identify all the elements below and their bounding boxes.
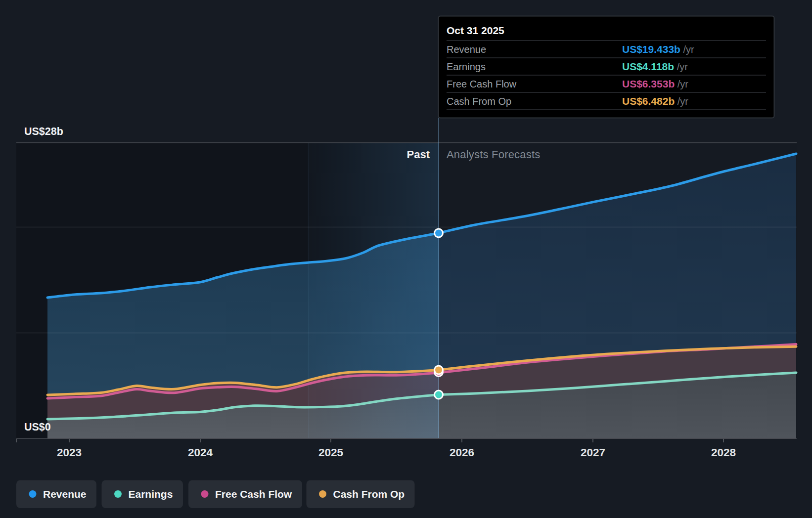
svg-text:Oct 31 2025: Oct 31 2025 <box>447 25 504 36</box>
svg-text:US$6.482b /yr: US$6.482b /yr <box>622 95 688 107</box>
svg-text:Revenue: Revenue <box>447 44 486 55</box>
svg-text:US$4.118b /yr: US$4.118b /yr <box>622 61 688 72</box>
svg-text:Free Cash Flow: Free Cash Flow <box>215 488 292 500</box>
svg-text:2024: 2024 <box>188 446 213 459</box>
svg-text:Earnings: Earnings <box>447 61 486 72</box>
svg-text:US$19.433b /yr: US$19.433b /yr <box>622 43 694 55</box>
svg-text:2025: 2025 <box>318 446 343 459</box>
svg-text:Revenue: Revenue <box>43 488 87 500</box>
svg-text:Analysts Forecasts: Analysts Forecasts <box>447 148 540 161</box>
svg-text:US$6.353b /yr: US$6.353b /yr <box>622 78 688 89</box>
svg-text:US$0: US$0 <box>24 421 51 433</box>
svg-text:2026: 2026 <box>450 446 474 459</box>
svg-text:Free Cash Flow: Free Cash Flow <box>447 79 517 89</box>
svg-text:2023: 2023 <box>57 446 82 459</box>
svg-text:2028: 2028 <box>711 446 736 459</box>
svg-text:2027: 2027 <box>581 446 605 459</box>
svg-text:Past: Past <box>407 148 430 161</box>
svg-text:Cash From Op: Cash From Op <box>447 96 511 107</box>
svg-text:US$28b: US$28b <box>24 126 63 137</box>
svg-text:Cash From Op: Cash From Op <box>333 488 405 500</box>
svg-text:Earnings: Earnings <box>129 488 173 500</box>
